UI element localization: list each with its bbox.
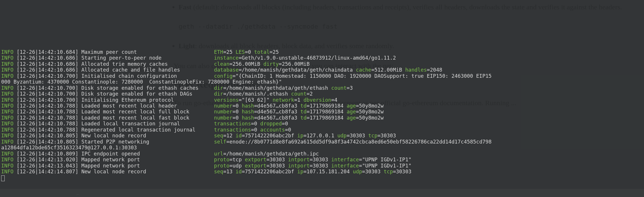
log-key: extport: [245, 157, 266, 163]
log-line: INFO [12-26|14:42:10.700] Disk storage e…: [1, 91, 643, 97]
log-value: 0: [254, 121, 257, 127]
log-message: IPC endpoint opened: [81, 151, 214, 157]
log-key: LES: [236, 49, 245, 55]
log-key: ip: [297, 133, 304, 139]
log-value: udp: [232, 163, 242, 169]
log-value: "UPNP IGDv1-IP1": [362, 163, 412, 169]
log-line: INFO [12-26|14:42:10.700] Initialising E…: [1, 97, 643, 103]
log-timestamp: [12-26|14:42:10.805]: [17, 139, 78, 145]
chevron-up-icon: ︿: [76, 190, 80, 197]
log-key: hash: [242, 103, 254, 109]
log-value: 256.00MiB: [232, 61, 260, 67]
log-key: network: [273, 97, 294, 103]
log-value: 50y8mo2w: [359, 115, 383, 121]
log-key: cache: [356, 67, 371, 73]
log-message: Disk storage enabled for ethash caches: [81, 85, 214, 91]
log-key: age: [347, 115, 356, 121]
log-timestamp: [12-26|14:42:10.684]: [17, 49, 78, 55]
log-line: INFO [12-26|14:42:10.700] Disk storage e…: [1, 85, 643, 91]
log-key: dbversion: [304, 97, 331, 103]
log-key: dir: [214, 85, 223, 91]
log-level: INFO: [1, 157, 13, 163]
log-timestamp: [12-26|14:42:10.788]: [17, 103, 78, 109]
log-key: number: [214, 103, 232, 109]
log-line: INFO [12-26|14:42:10.684] Maximum peer c…: [1, 49, 643, 55]
log-key: proto: [214, 163, 229, 169]
log-message: New local node record: [81, 169, 214, 174]
log-line: INFO [12-26|14:42:10.686] Allocated cach…: [1, 67, 643, 73]
log-key: accounts: [260, 127, 285, 133]
log-value: 30303: [350, 133, 365, 139]
log-line: INFO [12-26|14:42:13.020] Mapped network…: [1, 157, 643, 163]
log-value: enode://8b0771d8e8fa692a615dd5df9a8f3a47…: [229, 139, 492, 145]
log-value: 25: [273, 49, 279, 55]
log-key: td: [300, 109, 306, 115]
log-value: 50y8mo2w: [359, 109, 383, 115]
log-timestamp: [12-26|14:42:13.020]: [17, 157, 78, 163]
log-value: 2048: [430, 67, 442, 73]
log-value: 30303: [365, 169, 381, 174]
log-line-wrap: 000 Byzantium: 4370000 Constantinople: 7…: [1, 79, 643, 85]
log-key: url: [214, 151, 223, 157]
log-value: 0: [288, 127, 291, 133]
log-value: 17179869184: [310, 115, 344, 121]
log-key: intport: [288, 163, 310, 169]
log-value: 0: [254, 127, 257, 133]
log-value: 1: [297, 97, 301, 103]
log-message: Started P2P networking: [81, 139, 214, 145]
log-value: 0: [285, 121, 288, 127]
terminal-output[interactable]: INFO [12-26|14:42:10.684] Maximum peer c…: [0, 48, 644, 182]
log-key: dropped: [260, 121, 282, 127]
log-level: INFO: [1, 61, 13, 67]
log-key: total: [254, 49, 270, 55]
log-message: Loaded most recent local fast block: [81, 115, 214, 121]
log-key: intport: [288, 157, 310, 163]
log-line: INFO [12-26|14:42:10.788] Loaded most re…: [1, 103, 643, 109]
log-message: Loaded most recent local header: [81, 103, 214, 109]
log-level: INFO: [1, 73, 13, 79]
log-value: /home/manish/.ethash: [226, 91, 288, 97]
log-key: transactions: [214, 127, 251, 133]
log-line: INFO [12-26|14:42:14.807] New local node…: [1, 169, 643, 174]
terminal-cursor[interactable]: [1, 175, 5, 181]
log-level: INFO: [1, 115, 13, 121]
log-timestamp: [12-26|14:42:10.700]: [17, 97, 78, 103]
log-value: "{ChainID: 1 Homestead: 1150000 DAO: 192…: [236, 73, 491, 79]
log-value: 0: [248, 49, 251, 55]
log-line: INFO [12-26|14:42:10.809] IPC endpoint o…: [1, 151, 643, 157]
log-key: tcp: [384, 169, 393, 174]
log-value: 30303: [313, 157, 328, 163]
log-timestamp: [12-26|14:42:10.700]: [17, 73, 78, 79]
log-line: INFO [12-26|14:42:10.686] Allocated trie…: [1, 61, 643, 67]
log-value: /home/manish/gethdata/geth/chaindata: [242, 67, 353, 73]
log-key: instance: [214, 55, 239, 61]
log-line: INFO [12-26|14:42:10.805] New local node…: [1, 133, 643, 139]
log-line: INFO [12-26|14:42:10.788] Loaded most re…: [1, 109, 643, 115]
log-key: self: [214, 139, 226, 145]
log-value: 17179869184: [310, 109, 344, 115]
log-key: hash: [242, 109, 254, 115]
log-level: INFO: [1, 133, 13, 139]
log-value: /home/manish/gethdata/geth.ipc: [226, 151, 319, 157]
log-key: udp: [338, 133, 347, 139]
log-key: clean: [214, 61, 229, 67]
log-level: INFO: [1, 139, 13, 145]
log-value: 13: [226, 169, 232, 174]
log-level: INFO: [1, 55, 13, 61]
log-key: number: [214, 115, 232, 121]
log-line: INFO [12-26|14:42:10.805] Started P2P ne…: [1, 139, 643, 145]
log-key: seq: [214, 169, 223, 174]
log-key: tcp: [368, 133, 378, 139]
log-value: 30303: [381, 133, 396, 139]
log-timestamp: [12-26|14:42:10.686]: [17, 67, 78, 73]
log-key: proto: [214, 157, 229, 163]
log-key: udp: [353, 169, 362, 174]
log-key: config: [214, 73, 232, 79]
log-line: INFO [12-26|14:42:10.788] Regenerated lo…: [1, 127, 643, 133]
log-level: INFO: [1, 85, 13, 91]
log-key: number: [214, 109, 232, 115]
log-key: transactions: [214, 121, 251, 127]
log-message: New local node record: [81, 133, 214, 139]
log-value: 0: [236, 103, 239, 109]
log-timestamp: [12-26|14:42:10.686]: [17, 55, 78, 61]
